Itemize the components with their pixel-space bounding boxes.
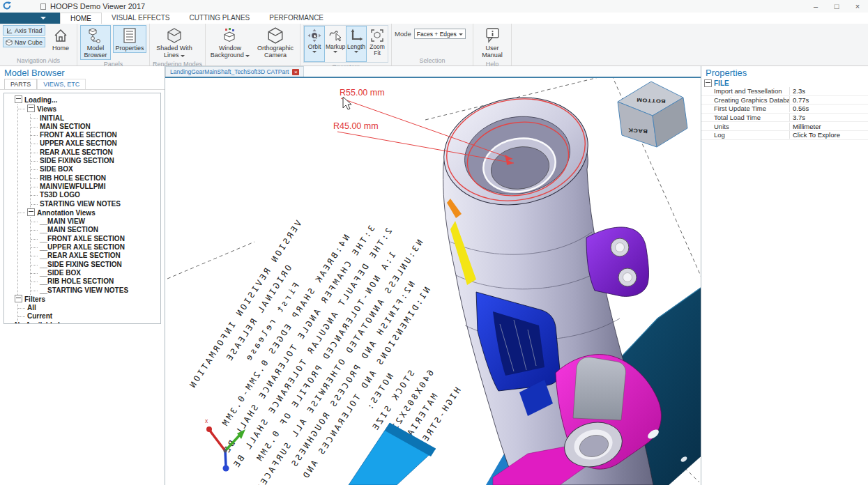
tab-home[interactable]: HOME <box>60 13 102 24</box>
tree-item[interactable]: __REAR AXLE SECTION <box>40 252 159 260</box>
zoom-fit-button[interactable]: Zoom Fit <box>367 26 388 62</box>
property-label: First Update Time <box>701 105 789 112</box>
group-camera: Window Background Orthographic Camera <box>206 24 300 66</box>
axis-triad[interactable]: x <box>205 417 245 472</box>
user-manual-icon <box>484 26 501 45</box>
tree-item[interactable]: FRONT AXLE SECTION <box>40 131 159 139</box>
tree-item[interactable]: __RIB HOLE SECTION <box>40 277 159 286</box>
tree-item[interactable]: RIB HOLE SECTION <box>40 174 159 183</box>
orbit-icon <box>307 27 321 44</box>
viewport[interactable]: LandingGearMainShaft_TechSoft3D CATPart … <box>165 66 701 485</box>
tree-item[interactable]: __UPPER AXLE SECTION <box>40 243 159 252</box>
properties-header: Properties <box>701 66 868 79</box>
tree-item[interactable]: __MAIN VIEW <box>40 217 159 226</box>
axis-triad-button[interactable]: Axis Triad <box>3 25 45 36</box>
group-label <box>208 60 297 66</box>
dropdown-caret-icon <box>333 51 337 53</box>
tree-item[interactable]: SIDE BOX <box>40 165 159 174</box>
tree-node-no-layers[interactable]: No Available Layers <box>15 321 159 324</box>
properties-button[interactable]: Properties <box>113 25 146 53</box>
property-value: 3.7s <box>789 114 868 121</box>
tree-item[interactable]: MAINVIEWFULLPMI <box>40 183 159 191</box>
property-value-log[interactable]: Click To Explore <box>789 131 868 139</box>
selection-mode-dropdown[interactable]: Faces + Edges <box>414 29 466 39</box>
markup-label: Markup <box>326 44 345 50</box>
tree-item[interactable]: __FRONT AXLE SECTION <box>40 235 159 243</box>
close-tab-icon[interactable]: × <box>292 69 299 75</box>
tab-visual-effects[interactable]: VISUAL EFFECTS <box>102 13 180 24</box>
markup-button[interactable]: Markup <box>325 26 346 62</box>
file-menu-button[interactable] <box>0 13 60 24</box>
tree-item[interactable]: MAIN SECTION <box>40 123 159 131</box>
tree-item[interactable]: INITIAL <box>40 114 159 123</box>
tree-item[interactable]: All <box>27 304 159 312</box>
collapse-icon[interactable] <box>27 105 35 112</box>
dropdown-caret-icon <box>181 55 185 57</box>
properties-group-file[interactable]: FILE <box>701 79 868 87</box>
tab-cutting-planes[interactable]: CUTTING PLANES <box>180 13 260 24</box>
collapse-icon[interactable] <box>704 79 712 87</box>
tree-node-filters[interactable]: Filters All Current <box>15 295 159 321</box>
property-row: Log Click To Explore <box>701 131 868 140</box>
properties-icon <box>122 26 137 45</box>
tree-item[interactable]: __SIDE BOX <box>40 269 159 277</box>
window-background-button[interactable]: Window Background <box>208 25 252 60</box>
orthographic-camera-label: Orthographic Camera <box>255 45 296 59</box>
selection-mode-value: Faces + Edges <box>417 31 457 38</box>
orthographic-camera-button[interactable]: Orthographic Camera <box>254 25 297 60</box>
model-browser-button[interactable]: Model Browser <box>80 25 111 60</box>
group-rendering-modes: Shaded With Lines Rendering Modes <box>150 24 206 66</box>
model-canvas[interactable]: R55.00 mm R45.00 mm BOTTOM BACK x <box>165 66 701 485</box>
tree-item[interactable]: STARTING VIEW NOTES <box>40 200 159 208</box>
home-button[interactable]: Home <box>47 25 74 53</box>
document-tab[interactable]: LandingGearMainShaft_TechSoft3D CATPart … <box>165 66 304 77</box>
tree-root[interactable]: Loading... Views INITIAL MAIN SECTION FR… <box>15 95 159 295</box>
collapse-icon[interactable] <box>15 295 22 302</box>
axis-x-label: x <box>205 417 208 424</box>
tree-item[interactable]: REAR AXLE SECTION <box>40 148 159 157</box>
tab-performance[interactable]: PERFORMANCE <box>259 13 333 24</box>
orbit-button[interactable]: Orbit <box>304 26 325 62</box>
window-title: HOOPS Demo Viewer 2017 <box>50 2 145 10</box>
collapse-icon[interactable] <box>15 95 22 103</box>
user-manual-label: User Manual <box>478 45 507 59</box>
tab-parts[interactable]: PARTS <box>4 79 37 89</box>
minimize-button[interactable]: – <box>805 0 826 13</box>
collapse-icon[interactable] <box>27 208 35 216</box>
chevron-down-icon <box>40 17 46 20</box>
tree-item[interactable]: __SIDE FIXING SECTION <box>40 261 159 269</box>
window-background-icon <box>222 26 238 45</box>
tree-item[interactable]: SIDE FIXING SECTION <box>40 157 159 165</box>
shaded-with-lines-button[interactable]: Shaded With Lines <box>153 25 196 60</box>
tree-item[interactable]: TS3D LOGO <box>40 191 159 199</box>
tree-item[interactable]: Current <box>27 312 159 321</box>
group-help: User Manual Help <box>473 24 512 66</box>
length-icon <box>349 27 363 44</box>
document-icon <box>40 3 46 10</box>
close-button[interactable]: × <box>847 0 868 13</box>
tree-item[interactable]: __STARTING VIEW NOTES <box>40 286 159 295</box>
dropdown-caret-icon <box>459 33 463 36</box>
tree-item[interactable]: __MAIN SECTION <box>40 226 159 234</box>
nav-cube[interactable]: BOTTOM BACK <box>618 82 687 147</box>
user-manual-button[interactable]: User Manual <box>476 25 508 60</box>
tree-node-views[interactable]: Views INITIAL MAIN SECTION FRONT AXLE SE… <box>27 105 159 208</box>
nav-cube-face-back[interactable]: BACK <box>628 127 648 134</box>
tree-item[interactable]: UPPER AXLE SECTION <box>40 139 159 148</box>
zoom-fit-icon <box>370 27 384 44</box>
tree-node-annotation-views[interactable]: Annotation Views __MAIN VIEW __MAIN SECT… <box>27 208 159 295</box>
property-value: 0.56s <box>789 105 868 112</box>
property-row: Total Load Time 3.7s <box>701 114 868 123</box>
property-label: Import and Tessellation <box>701 87 789 95</box>
app-logo-icon <box>3 1 11 11</box>
maximize-button[interactable]: □ <box>826 0 847 13</box>
radius-label-r45: R45.00 mm <box>333 121 379 131</box>
length-button[interactable]: Length <box>346 26 367 62</box>
dropdown-caret-icon <box>245 55 250 57</box>
ribbon: Axis Triad Nav Cube Home <box>0 24 868 66</box>
mode-label: Mode <box>395 30 411 38</box>
property-label: Total Load Time <box>701 114 789 121</box>
tab-views-etc[interactable]: VIEWS, ETC <box>37 79 86 89</box>
group-operators: Orbit Markup <box>300 24 392 66</box>
nav-cube-button[interactable]: Nav Cube <box>3 37 45 47</box>
